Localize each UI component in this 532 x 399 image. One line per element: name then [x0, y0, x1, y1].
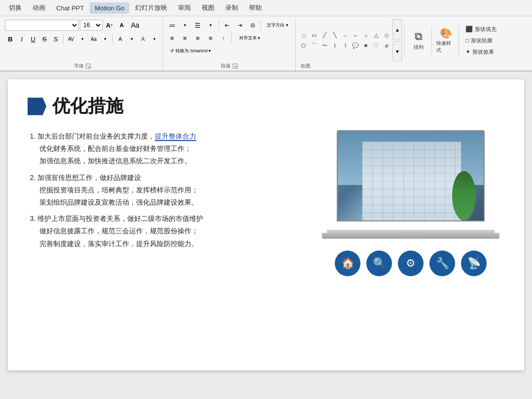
item1-detail1: 优化财务系统，配合前台基金做好财务管理工作；	[37, 143, 307, 155]
font-section-footer: 字体 ↘	[5, 62, 160, 71]
shape-oval-btn[interactable]: ○	[361, 31, 371, 40]
bold-btn[interactable]: B	[5, 34, 16, 44]
shape-rect-btn[interactable]: □	[299, 31, 309, 40]
numbered-list-btn[interactable]: ☰	[192, 19, 204, 31]
ribbon-section-drawing: □ ▭ ╱ ╲ → ↔ ○ △ ◇ ⬠ ⌒ 〜 ⟩	[296, 18, 503, 71]
column-btn[interactable]: ⊟	[247, 19, 258, 31]
font-name-select[interactable]	[5, 20, 79, 31]
para-row-1: ≔ ▾ ☰ ▾ ⇤ ⇥ ⊟ 文字方向 ▾	[166, 19, 292, 31]
slide-content: 加大后台部门对前台业务的支撑力度，提升整体合力 优化财务系统，配合前台基金做好财…	[28, 130, 504, 276]
ribbon-section-font: 16 A+ A- Aa B I U S S	[2, 18, 163, 71]
shape-fill-label: 形状填充	[475, 26, 497, 33]
italic-btn[interactable]: I	[16, 34, 27, 44]
font-color-dropdown[interactable]: ▾	[149, 34, 160, 44]
menu-item-chatppt[interactable]: Chat PPT	[51, 2, 89, 14]
slide[interactable]: 优化措施 加大后台部门对前台业务的支撑力度，提升整体合力 优化财务系统，配合前台…	[8, 79, 524, 370]
font-size-select[interactable]: 16	[80, 20, 103, 31]
font-size-decrease-btn[interactable]: A-	[116, 19, 128, 31]
shape-star-btn[interactable]: ★	[361, 41, 371, 51]
arrange-btn[interactable]: ⧉ 排列	[408, 27, 429, 54]
align-right-btn[interactable]: ≡	[192, 32, 204, 44]
menu-item-donghua[interactable]: 动画	[28, 1, 50, 14]
numbered-list-dropdown[interactable]: ▾	[205, 19, 216, 31]
smartart-btn[interactable]: ↺ 转换为 SmartArt ▾	[166, 45, 215, 57]
shape-scroll-btns: ▲ ▼	[392, 19, 402, 62]
slide-right-panel: 🏠 🔍 ⚙ 🔧 📡	[317, 130, 504, 276]
shape-bracket-btn[interactable]: ⌇	[340, 41, 350, 51]
char-spacing-btn[interactable]: AV	[66, 34, 76, 44]
menu-item-record[interactable]: 录制	[220, 1, 243, 14]
shapes-scroll-down-btn[interactable]: ▼	[392, 41, 402, 62]
shape-callout-btn[interactable]: 💬	[351, 41, 360, 51]
font-case-dropdown[interactable]: ▾	[100, 34, 110, 44]
highlight-btn[interactable]: A	[115, 34, 126, 44]
menu-item-slideshow[interactable]: 幻灯片放映	[130, 1, 172, 14]
shadow-btn[interactable]: S	[50, 34, 61, 44]
menu-item-help[interactable]: 帮助	[244, 1, 267, 14]
shape-pent-btn[interactable]: ⬠	[299, 41, 309, 51]
menubar: 切换 动画 Chat PPT Motion Go 幻灯片放映 审阅 视图 录制 …	[0, 0, 532, 16]
shapes-scroll-up-btn[interactable]: ▲	[392, 19, 402, 40]
quick-style-btn[interactable]: 🎨 快速样式	[435, 27, 457, 54]
shape-arrow-btn[interactable]: →	[340, 31, 350, 40]
line-spacing-btn[interactable]: ↕	[217, 32, 229, 44]
quick-style-icon: 🎨	[440, 27, 452, 39]
menu-item-qiehuan[interactable]: 切换	[4, 1, 27, 14]
shape-line2-btn[interactable]: ╲	[330, 31, 340, 40]
align-text-btn[interactable]: 对齐文本 ▾	[234, 32, 266, 44]
underline-btn[interactable]: U	[28, 34, 38, 44]
shape-outline-btn[interactable]: □ 形状轮廓	[462, 36, 500, 46]
shape-diamond-btn[interactable]: ◇	[382, 31, 391, 40]
shape-effect-btn[interactable]: ✦ 形状效果	[462, 47, 500, 57]
font-case-btn[interactable]: Aa	[88, 34, 99, 44]
font-expand-btn[interactable]: ↘	[86, 64, 91, 69]
font-format-row: B I U S S AV ▾ Aa ▾ A ▾ A ▾	[5, 34, 160, 44]
search-icon-circle[interactable]: 🔍	[366, 251, 392, 276]
laptop-base	[322, 233, 499, 239]
increase-indent-btn[interactable]: ⇥	[234, 19, 246, 31]
slide-text-area: 加大后台部门对前台业务的支撑力度，提升整体合力 优化财务系统，配合前台基金做好财…	[28, 130, 307, 276]
shape-effect-label: 形状效果	[472, 48, 494, 56]
strikethrough-btn[interactable]: S	[39, 34, 50, 44]
align-center-btn[interactable]: ≡	[179, 32, 191, 44]
highlight-dropdown[interactable]: ▾	[126, 34, 137, 44]
shape-curve-btn[interactable]: ⌒	[309, 41, 319, 51]
shape-dbl-arrow-btn[interactable]: ↔	[351, 31, 360, 40]
shape-effect-icon: ✦	[465, 48, 470, 55]
arrange-icon: ⧉	[415, 30, 423, 43]
slide-list: 加大后台部门对前台业务的支撑力度，提升整体合力 优化财务系统，配合前台基金做好财…	[28, 130, 307, 250]
para-expand-btn[interactable]: ↘	[233, 64, 238, 69]
clear-format-btn[interactable]: Aa	[129, 19, 141, 31]
ribbon: 16 A+ A- Aa B I U S S	[0, 16, 532, 72]
settings-icon-circle[interactable]: ⚙	[398, 251, 424, 276]
shape-chevron-btn[interactable]: ⟩	[330, 41, 340, 51]
menu-item-review[interactable]: 审阅	[173, 1, 196, 14]
shape-tri-btn[interactable]: △	[371, 31, 381, 40]
header-arrow-icon	[28, 98, 46, 115]
para-section-label: 段落	[221, 63, 231, 70]
align-justify-btn[interactable]: ≡	[205, 32, 216, 44]
menu-item-motiongo[interactable]: Motion Go	[90, 2, 129, 14]
bullet-list-btn[interactable]: ≔	[166, 19, 178, 31]
home-icon-circle[interactable]: 🏠	[335, 251, 360, 276]
shapes-grid: □ ▭ ╱ ╲ → ↔ ○ △ ◇ ⬠ ⌒ 〜 ⟩	[299, 31, 391, 51]
item3-detail1: 做好信息披露工作，规范三会运作，规范股份操作；	[37, 225, 307, 237]
shape-fill-btn[interactable]: ⬛ 形状填充	[462, 24, 500, 35]
char-spacing-dropdown[interactable]: ▾	[77, 34, 88, 44]
menu-item-view[interactable]: 视图	[197, 1, 219, 14]
shape-misc-btn[interactable]: ⌀	[382, 41, 391, 51]
shape-line-btn[interactable]: ╱	[319, 31, 329, 40]
laptop-screen	[337, 130, 485, 221]
decrease-indent-btn[interactable]: ⇤	[221, 19, 233, 31]
shape-freeform-btn[interactable]: 〜	[319, 41, 329, 51]
rss-icon-circle[interactable]: 📡	[461, 251, 487, 276]
font-size-increase-btn[interactable]: A+	[104, 19, 115, 31]
bullet-list-dropdown[interactable]: ▾	[179, 19, 191, 31]
tools-icon-circle[interactable]: 🔧	[429, 251, 455, 276]
shape-heart-btn[interactable]: ♡	[371, 41, 381, 51]
drawing-section-label: 绘图	[301, 63, 311, 70]
font-color-btn[interactable]: A	[138, 34, 148, 44]
align-left-btn[interactable]: ≡	[166, 32, 178, 44]
text-direction-btn[interactable]: 文字方向 ▾	[263, 19, 292, 31]
shape-rect2-btn[interactable]: ▭	[309, 31, 319, 40]
